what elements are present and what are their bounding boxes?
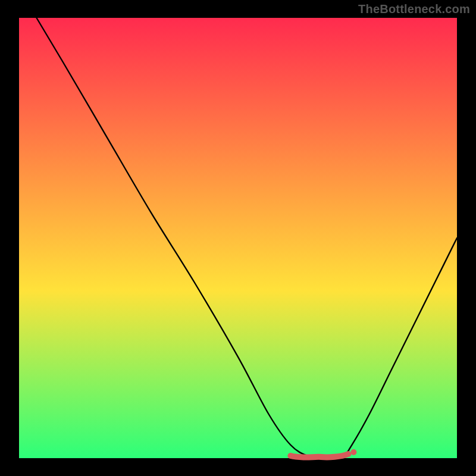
chart-gradient-background (19, 18, 457, 458)
bottleneck-chart (0, 0, 476, 476)
optimal-range-end-dot (350, 449, 356, 455)
watermark-text: TheBottleneck.com (358, 2, 470, 16)
chart-stage: TheBottleneck.com (0, 0, 476, 476)
optimal-range-marker (290, 454, 348, 458)
